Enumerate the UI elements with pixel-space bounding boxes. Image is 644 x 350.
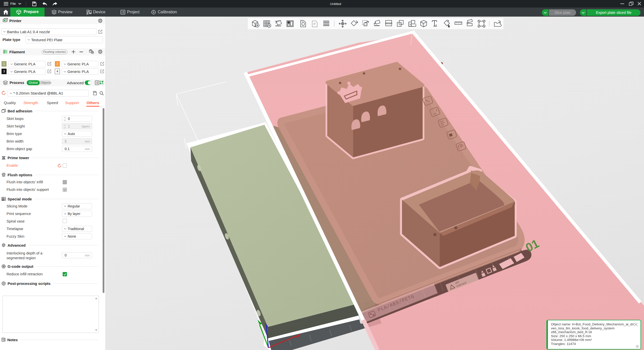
svg-text:AUTO: AUTO — [275, 20, 280, 22]
svg-text:G: G — [3, 265, 4, 267]
svg-text:a: a — [435, 23, 437, 27]
svg-text:P: P — [313, 22, 316, 26]
